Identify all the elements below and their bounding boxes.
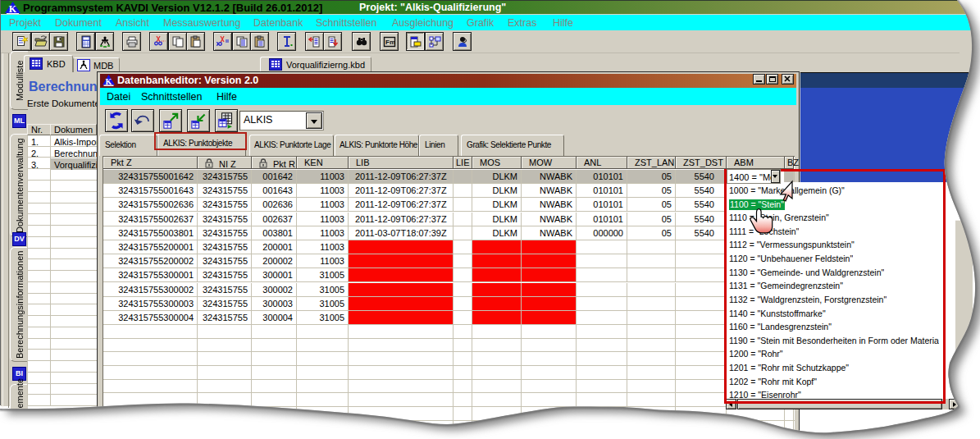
svg-text:K: K bbox=[106, 77, 112, 86]
svg-text:Fm: Fm bbox=[385, 39, 395, 46]
svg-text:K: K bbox=[9, 3, 17, 15]
